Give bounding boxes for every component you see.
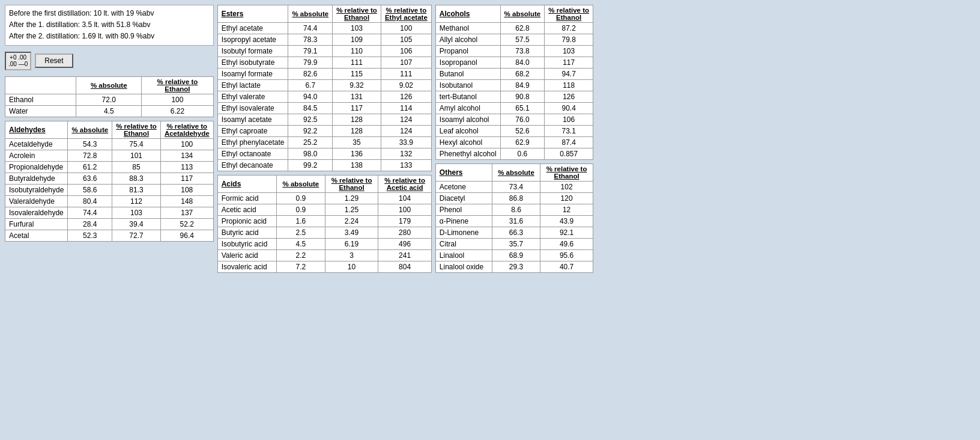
table-cell: 86.8 [492, 193, 540, 204]
table-cell: 90.4 [545, 103, 593, 114]
table-cell: 66.3 [492, 227, 540, 239]
alcohols-table: Alcohols % absolute % relative toEthanol… [435, 5, 593, 160]
table-cell: 124 [381, 126, 431, 137]
table-row: Isovaleric acid7.210804 [217, 261, 431, 273]
table-cell: Butyraldehyde [5, 173, 68, 184]
ald-col4: % relative toAcetaldehyde [160, 121, 213, 138]
table-cell: 79.8 [545, 34, 593, 46]
table-cell: 113 [160, 161, 213, 173]
table-row: Ethyl octanoate98.0136132 [217, 148, 431, 160]
table-cell: 106 [381, 46, 431, 57]
table-row: Isovaleraldehyde74.4103137 [5, 207, 214, 218]
table-cell: 87.2 [545, 23, 593, 34]
table-cell: 61.2 [68, 161, 112, 173]
alc-col2: % absolute [500, 5, 545, 23]
table-cell: 84.5 [288, 103, 333, 114]
table-cell: 118 [545, 80, 593, 91]
table-cell: 73.1 [545, 126, 593, 137]
table-cell: Butanol [435, 69, 500, 80]
table-row: Isoamyl formate82.6115111 [217, 69, 431, 80]
table-cell: 52.2 [160, 218, 213, 230]
controls-bar: +0 .00.00 —0 Reset [5, 49, 214, 73]
table-row: Acetone73.4102 [435, 182, 593, 193]
table-cell: 33.9 [381, 137, 431, 148]
table-cell: α-Pinene [435, 216, 492, 227]
table-cell: Isoamyl formate [217, 69, 288, 80]
table-row: Ethanol72.0100 [5, 94, 214, 105]
table-cell: 128 [333, 126, 381, 137]
reset-button[interactable]: Reset [35, 53, 73, 68]
table-cell: 103 [112, 207, 161, 218]
table-cell: 62.9 [500, 137, 545, 148]
table-cell: 111 [381, 69, 431, 80]
table-row: Isoamyl acetate92.5128124 [217, 114, 431, 126]
acid-header: Acids [217, 176, 276, 193]
table-row: Linalool68.995.6 [435, 250, 593, 261]
ald-header: Aldehydes [5, 121, 68, 138]
table-cell: 35 [333, 137, 381, 148]
table-cell: 1.25 [325, 204, 378, 216]
table-cell: 100 [142, 94, 213, 105]
table-cell: 84.9 [500, 80, 545, 91]
table-cell: 6.22 [142, 105, 213, 117]
table-cell: Formic acid [217, 193, 276, 204]
table-row: Formic acid0.91.29104 [217, 193, 431, 204]
main-container: Before the first distillation: 10 lt. wi… [5, 5, 975, 273]
table-cell: 92.2 [288, 126, 333, 137]
table-cell: 7.2 [276, 261, 325, 273]
table-cell: 99.2 [288, 160, 333, 171]
table-cell: 78.3 [288, 34, 333, 46]
table-cell: 79.9 [288, 57, 333, 69]
table-cell: 74.4 [288, 23, 333, 34]
decimal-icon-button[interactable]: +0 .00.00 —0 [5, 52, 31, 70]
table-cell: 75.4 [112, 138, 161, 150]
table-cell: 108 [160, 184, 213, 195]
table-cell: 109 [333, 34, 381, 46]
table-row: Acetic acid0.91.25100 [217, 204, 431, 216]
others-table: Others % absolute % relative toEthanol A… [435, 163, 593, 273]
table-cell: 35.7 [492, 239, 540, 250]
table-cell: 241 [378, 250, 432, 261]
ew-col2-header: % absolute [76, 76, 142, 94]
table-cell: 280 [378, 227, 432, 239]
table-cell: Isovaleric acid [217, 261, 276, 273]
table-cell: Furfural [5, 218, 68, 230]
table-cell: 43.9 [540, 216, 593, 227]
est-col3: % relative toEthanol [333, 5, 381, 23]
table-cell: 92.5 [288, 114, 333, 126]
acid-col4: % relative toAcetic acid [378, 176, 432, 193]
table-row: Isobutanol84.9118 [435, 80, 593, 91]
table-cell: Ethyl phenylacetate [217, 137, 288, 148]
table-cell: 2.5 [276, 227, 325, 239]
alc-header: Alcohols [435, 5, 500, 23]
table-cell: 103 [333, 23, 381, 34]
esters-table: Esters % absolute % relative toEthanol %… [217, 5, 432, 171]
table-cell: Allyl alcohol [435, 34, 500, 46]
table-cell: 88.3 [112, 173, 161, 184]
table-cell: Phenol [435, 204, 492, 216]
right-section: Alcohols % absolute % relative toEthanol… [435, 5, 593, 273]
table-cell: 1.6 [276, 216, 325, 227]
table-cell: 101 [112, 150, 161, 161]
table-cell: 4.5 [76, 105, 142, 117]
table-cell: 94.7 [545, 69, 593, 80]
table-cell: Acetic acid [217, 204, 276, 216]
table-row: Propionaldehyde61.285113 [5, 161, 214, 173]
table-cell: Diacetyl [435, 193, 492, 204]
table-row: Linalool oxide29.340.7 [435, 261, 593, 273]
table-cell: 179 [378, 216, 432, 227]
table-cell: Ethyl isovalerate [217, 103, 288, 114]
table-cell: 10 [325, 261, 378, 273]
table-cell: 65.1 [500, 103, 545, 114]
oth-col3: % relative toEthanol [540, 164, 593, 182]
table-cell: Ethyl lactate [217, 80, 288, 91]
table-cell: tert-Butanol [435, 91, 500, 103]
table-row: Citral35.749.6 [435, 239, 593, 250]
table-cell: 25.2 [288, 137, 333, 148]
table-cell: 62.8 [500, 23, 545, 34]
table-cell: Isopropanol [435, 57, 500, 69]
table-cell: 138 [333, 160, 381, 171]
table-cell: Acetaldehyde [5, 138, 68, 150]
table-cell: Phenethyl alcohol [435, 148, 500, 160]
aldehydes-table: Aldehydes % absolute % relative toEthano… [5, 121, 214, 242]
